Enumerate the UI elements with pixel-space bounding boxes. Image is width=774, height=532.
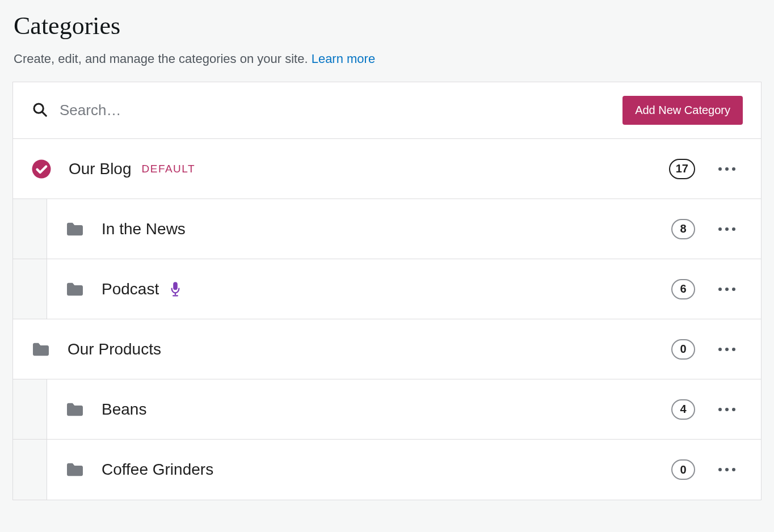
category-label: Beans [102,400,146,419]
post-count-badge: 17 [669,159,695,179]
svg-point-5 [732,167,735,171]
post-count-badge: 0 [671,339,695,360]
svg-point-23 [732,468,735,471]
svg-point-14 [732,288,735,291]
svg-point-17 [732,348,735,351]
folder-icon [31,341,51,357]
category-name: Beans [102,400,146,419]
indent-gutter [13,259,47,319]
svg-point-22 [725,468,729,471]
more-actions-button[interactable] [711,401,743,418]
svg-point-3 [718,167,722,171]
indent-gutter [13,199,47,259]
folder-icon [65,221,85,237]
more-actions-button[interactable] [711,341,743,358]
add-new-category-button[interactable]: Add New Category [622,96,743,125]
svg-point-18 [718,408,722,411]
svg-point-6 [718,227,722,231]
indent-gutter [13,379,47,439]
more-actions-button[interactable] [711,281,743,298]
default-badge: DEFAULT [142,163,196,175]
more-actions-button[interactable] [711,221,743,238]
subtitle-text: Create, edit, and manage the categories … [14,52,312,66]
category-row-podcast[interactable]: Podcast 6 [13,259,761,319]
categories-panel: Add New Category Our Blog DEFAULT 17 In … [12,82,762,500]
search-icon [31,101,48,120]
svg-line-1 [42,112,46,116]
category-label: Our Products [68,340,161,358]
svg-point-19 [725,408,729,411]
category-name: In the News [102,220,186,238]
post-count-badge: 6 [671,279,695,299]
folder-icon [65,462,85,478]
svg-point-20 [732,408,735,411]
svg-point-7 [725,227,729,231]
toolbar: Add New Category [13,82,761,139]
category-row-coffee-grinders[interactable]: Coffee Grinders 0 [13,440,761,500]
svg-point-4 [725,167,729,171]
post-count-badge: 4 [671,399,695,420]
category-name: Coffee Grinders [102,461,213,479]
category-row-our-products[interactable]: Our Products 0 [13,319,761,379]
more-actions-button[interactable] [711,161,743,178]
category-row-beans[interactable]: Beans 4 [13,379,761,440]
category-name: Our Products [68,340,161,358]
checkmark-circle-icon [31,159,52,179]
svg-point-16 [725,348,729,351]
more-actions-button[interactable] [711,461,743,478]
folder-icon [65,281,85,297]
indent-gutter [13,440,47,500]
folder-icon [65,402,85,417]
svg-point-21 [718,468,722,471]
post-count-badge: 8 [671,219,695,239]
svg-rect-9 [173,282,178,290]
category-label: In the News [102,220,186,238]
category-row-in-the-news[interactable]: In the News 8 [13,199,761,259]
svg-point-15 [718,348,722,351]
page-header: Categories Create, edit, and manage the … [0,11,774,82]
svg-point-12 [718,288,722,291]
category-name: Podcast [102,280,159,298]
category-label: Podcast [102,280,182,298]
svg-point-8 [732,227,735,231]
post-count-badge: 0 [671,459,695,480]
page-subtitle: Create, edit, and manage the categories … [14,49,760,68]
category-label: Coffee Grinders [102,461,213,479]
svg-point-2 [32,159,51,178]
search-input[interactable] [60,102,611,119]
category-row-our-blog[interactable]: Our Blog DEFAULT 17 [13,139,761,199]
svg-point-13 [725,288,729,291]
page-title: Categories [14,11,760,40]
category-label: Our Blog DEFAULT [69,160,195,178]
microphone-icon [169,281,182,297]
learn-more-link[interactable]: Learn more [312,52,376,66]
category-name: Our Blog [69,160,132,178]
